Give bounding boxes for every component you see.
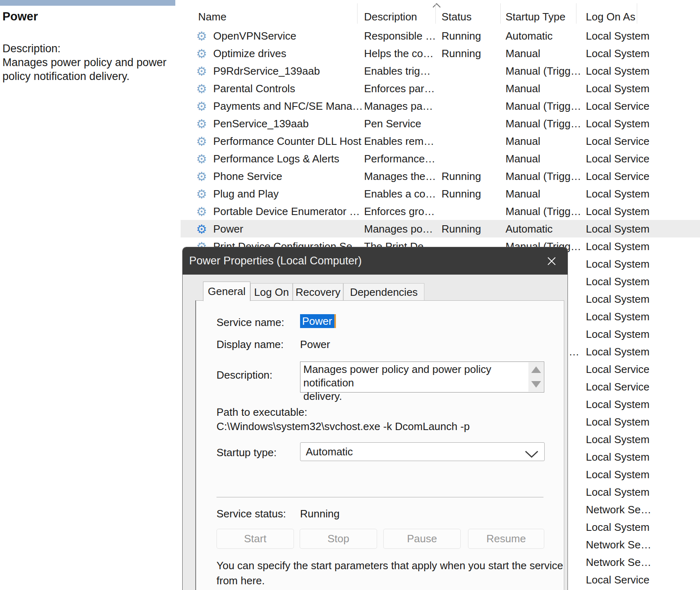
table-row[interactable]: ⚙ PenService_139aab Pen Service Manual (… [181, 115, 700, 132]
service-status-cell: Running [442, 222, 481, 235]
service-description-cell: Performance… [364, 152, 435, 165]
service-gear-icon: ⚙ [196, 81, 207, 95]
column-header-description[interactable]: Description [364, 11, 417, 23]
service-logon-cell: Local System [586, 187, 649, 200]
service-description-cell: Manages the… [364, 170, 436, 182]
column-divider [637, 3, 637, 24]
service-name-cell: Parental Controls [213, 82, 295, 95]
scroll-down-icon[interactable] [531, 381, 541, 388]
table-row[interactable]: ⚙ Portable Device Enumerator … Enforces … [181, 202, 700, 220]
column-header-log-on-as[interactable]: Log On As [586, 11, 635, 23]
service-logon-cell: Local Service [586, 152, 649, 165]
table-row[interactable]: ⚙ Plug and Play Enables a co… Running Ma… [181, 185, 700, 202]
tab-general[interactable]: General [203, 282, 250, 301]
section-divider [216, 497, 543, 497]
service-name-cell: P9RdrService_139aab [213, 64, 320, 77]
service-logon-cell: Local System [586, 29, 649, 42]
service-logon-cell: Local System [586, 345, 649, 358]
service-startup-cell: Manual [506, 135, 540, 147]
description-textarea[interactable]: Manages power policy and power policy no… [300, 362, 544, 393]
startup-type-value: Automatic [306, 446, 353, 458]
service-name-cell: Phone Service [213, 170, 282, 182]
list-header: Name Description Status Startup Type Log… [181, 0, 700, 24]
stop-button[interactable]: Stop [300, 529, 377, 549]
service-status-cell: Running [442, 170, 481, 182]
service-logon-cell: Local System [586, 486, 649, 498]
display-name-value[interactable]: Power [300, 338, 330, 351]
description-text: Manages power policy and power policy no… [303, 363, 544, 403]
service-startup-cell: Manual [506, 82, 540, 95]
service-logon-cell: Local System [586, 205, 649, 217]
tab-dependencies[interactable]: Dependencies [343, 283, 424, 301]
table-row[interactable]: ⚙ Parental Controls Enforces par… Manual… [181, 80, 700, 97]
column-header-startup-type[interactable]: Startup Type [506, 11, 565, 23]
column-divider [435, 3, 436, 24]
service-logon-cell: Local System [586, 398, 649, 410]
general-tab-panel: Service name: Power Display name: Power … [195, 300, 564, 590]
scroll-up-icon[interactable] [531, 366, 541, 373]
service-gear-icon: ⚙ [196, 186, 207, 201]
power-properties-dialog: Power Properties (Local Computer) Genera… [182, 247, 568, 590]
service-logon-cell: Local System [586, 64, 649, 77]
service-description-cell: Enforces gro… [364, 205, 435, 217]
textarea-scrollbar[interactable] [528, 362, 543, 392]
service-logon-cell: Local System [586, 222, 649, 235]
table-row[interactable]: ⚙ Phone Service Manages the… Running Man… [181, 167, 700, 185]
service-startup-cell: Manual [506, 187, 540, 200]
service-logon-cell: Local Service [586, 100, 649, 112]
service-name-cell: Portable Device Enumerator … [213, 205, 360, 217]
service-logon-cell: Local System [586, 310, 649, 323]
table-row[interactable]: ⚙ P9RdrService_139aab Enables trig… Manu… [181, 62, 700, 80]
table-row[interactable]: ⚙ Power Manages po… Running Automatic Lo… [181, 220, 700, 237]
table-row[interactable]: ⚙ Optimize drives Helps the co… Running … [181, 44, 700, 62]
service-logon-cell: Local System [586, 468, 649, 481]
service-logon-cell: Local System [586, 293, 649, 305]
service-gear-icon: ⚙ [196, 169, 207, 183]
dialog-titlebar[interactable]: Power Properties (Local Computer) [183, 247, 568, 275]
resume-button[interactable]: Resume [468, 529, 544, 549]
service-startup-cell: Manual (Trigg… [506, 205, 581, 217]
service-name-cell: Optimize drives [213, 47, 286, 60]
service-status-value: Running [300, 508, 340, 520]
service-startup-cell: Manual (Trigg… [506, 64, 581, 77]
service-description-cell: Manages pa… [364, 100, 433, 112]
column-header-status[interactable]: Status [442, 11, 472, 23]
table-row[interactable]: ⚙ OpenVPNService Responsible … Running A… [181, 27, 700, 44]
service-startup-cell: Manual [506, 47, 540, 60]
startup-type-dropdown[interactable]: Automatic [300, 442, 545, 461]
service-logon-cell: Local System [586, 450, 649, 463]
column-header-name[interactable]: Name [198, 11, 226, 23]
service-logon-cell: Local System [586, 415, 649, 428]
service-name-cell: PenService_139aab [213, 117, 309, 130]
service-description-cell: Enables trig… [364, 64, 431, 77]
service-startup-cell: Automatic [506, 222, 553, 235]
service-logon-cell: Local Service [586, 363, 649, 375]
tab-recovery[interactable]: Recovery [293, 283, 343, 301]
service-name-field[interactable]: Power [300, 314, 334, 328]
table-row[interactable]: ⚙ Payments and NFC/SE Mana… Manages pa… … [181, 97, 700, 115]
service-logon-cell: Local System [586, 275, 649, 288]
close-icon[interactable] [543, 253, 561, 269]
service-status-label: Service status: [216, 508, 286, 520]
column-divider [500, 3, 501, 24]
chevron-down-icon [525, 448, 539, 461]
service-name-value: Power [302, 315, 332, 328]
service-logon-cell: Local System [586, 521, 649, 533]
service-name-cell: OpenVPNService [213, 29, 296, 42]
table-row[interactable]: ⚙ Performance Counter DLL Host Enables r… [181, 132, 700, 150]
service-gear-icon: ⚙ [196, 29, 207, 43]
service-startup-cell: Manual (Trigg… [506, 117, 581, 130]
tab-log-on[interactable]: Log On [250, 283, 293, 301]
pause-button[interactable]: Pause [383, 529, 461, 549]
service-logon-cell: Local System [586, 433, 649, 446]
table-row[interactable]: ⚙ Performance Logs & Alerts Performance…… [181, 150, 700, 167]
service-startup-cell: Manual (Trigg… [506, 100, 581, 112]
service-startup-cell: Automatic [506, 29, 553, 42]
start-parameters-note: You can specify the start parameters tha… [216, 558, 563, 588]
service-gear-icon: ⚙ [196, 134, 207, 148]
service-logon-cell: Local System [586, 117, 649, 130]
service-logon-cell: Local Service [586, 170, 649, 182]
service-description-cell: Enables a co… [364, 187, 436, 200]
service-logon-cell: Network Se… [586, 503, 651, 516]
start-button[interactable]: Start [216, 529, 294, 549]
